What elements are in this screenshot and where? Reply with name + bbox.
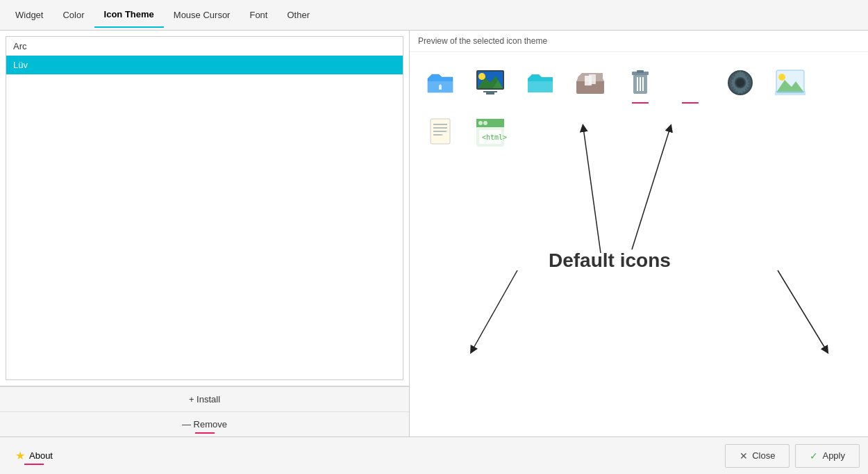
preview-label: Preview of the selected icon theme [410, 31, 868, 52]
about-label: About [29, 450, 53, 461]
svg-rect-3 [483, 91, 497, 92]
bottom-bar: ★ About ✕ Close ✓ Apply [0, 436, 868, 474]
icon-folder-plain [518, 60, 562, 105]
tab-bar: Widget Color Icon Theme Mouse Cursor Fon… [0, 0, 868, 31]
svg-rect-8 [528, 81, 553, 92]
left-panel: Arc Lüv + Install — Remove [0, 31, 410, 436]
icons-grid: <html> [410, 52, 868, 163]
svg-rect-10 [589, 74, 596, 84]
remove-label: — Remove [182, 419, 227, 430]
close-icon: ✕ [740, 450, 748, 461]
icon-settings [718, 60, 762, 105]
about-button[interactable]: ★ About [8, 445, 60, 466]
right-buttons: ✕ Close ✓ Apply [725, 444, 860, 468]
icon-home-folder [418, 60, 462, 105]
icon-file-manager [568, 60, 612, 105]
theme-arc[interactable]: Arc [6, 37, 403, 56]
right-panel: Preview of the selected icon theme [410, 31, 868, 436]
about-underline [24, 464, 44, 465]
theme-luv[interactable]: Lüv [6, 56, 403, 74]
icon-image-viewer [768, 60, 812, 105]
svg-rect-13 [637, 70, 644, 73]
svg-text:Default icons: Default icons [549, 250, 671, 271]
check-icon: ✓ [810, 450, 818, 461]
close-button[interactable]: ✕ Close [725, 444, 790, 468]
icon-display [468, 60, 512, 105]
icon-html-editor: <html> [468, 111, 512, 155]
close-label: Close [752, 450, 775, 461]
icon-text-document [418, 111, 462, 155]
tab-color[interactable]: Color [53, 3, 94, 27]
svg-text:<html>: <html> [482, 133, 507, 141]
install-label: + Install [189, 394, 220, 404]
install-button[interactable]: + Install [0, 386, 409, 411]
remove-button[interactable]: — Remove [0, 411, 409, 436]
svg-rect-4 [486, 92, 494, 95]
svg-rect-25 [775, 91, 806, 95]
panel-buttons: + Install — Remove [0, 386, 409, 436]
svg-point-39 [478, 121, 483, 125]
tab-icon-theme[interactable]: Icon Theme [94, 2, 164, 28]
svg-line-46 [472, 270, 517, 350]
icon-placeholder-1 [668, 60, 712, 105]
theme-list[interactable]: Arc Lüv [6, 36, 403, 380]
svg-point-24 [778, 74, 785, 81]
main-content: Arc Lüv + Install — Remove Preview of th… [0, 31, 868, 436]
tab-other[interactable]: Other [277, 3, 319, 27]
svg-line-47 [778, 270, 826, 350]
tab-widget[interactable]: Widget [6, 3, 53, 27]
icon-trash [618, 60, 662, 105]
apply-button[interactable]: ✓ Apply [795, 444, 860, 468]
svg-point-40 [483, 121, 487, 125]
star-icon: ★ [15, 449, 25, 462]
svg-point-7 [478, 73, 485, 80]
apply-label: Apply [822, 450, 845, 461]
remove-underline [195, 432, 215, 434]
tab-mouse-cursor[interactable]: Mouse Cursor [164, 3, 240, 27]
svg-point-20 [736, 79, 744, 87]
tab-font[interactable]: Font [240, 3, 277, 27]
